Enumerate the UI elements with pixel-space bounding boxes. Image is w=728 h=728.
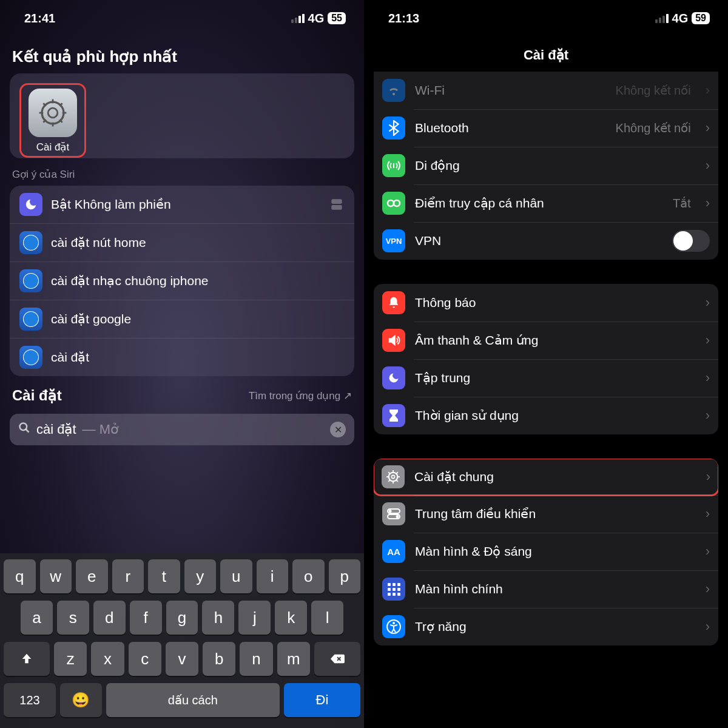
bluetooth-row[interactable]: Bluetooth Không kết nối ›	[374, 109, 718, 147]
accessibility-label: Trợ năng	[415, 619, 691, 634]
svg-line-41	[388, 480, 390, 482]
wifi-label: Wi-Fi	[415, 83, 606, 98]
focus-label: Tập trung	[415, 371, 691, 385]
key-d[interactable]: d	[93, 601, 126, 635]
key-w[interactable]: w	[40, 559, 72, 593]
accessibility-row[interactable]: Trợ năng ›	[374, 608, 718, 645]
shift-key[interactable]	[4, 642, 50, 676]
key-u[interactable]: u	[220, 559, 252, 593]
key-x[interactable]: x	[91, 642, 124, 676]
battery-badge: 59	[692, 12, 710, 24]
speaker-icon	[382, 329, 405, 352]
siri-suggestions-list: Bật Không làm phiền cài đặt nút home cài…	[10, 186, 354, 376]
bluetooth-label: Bluetooth	[415, 121, 606, 135]
safari-icon	[19, 269, 42, 292]
svg-point-33	[391, 475, 394, 478]
status-indicators: 4G 55	[291, 12, 346, 25]
network-label: 4G	[672, 12, 689, 25]
wifi-row[interactable]: Wi-Fi Không kết nối ›	[374, 72, 718, 109]
safari-icon	[19, 346, 42, 369]
settings-app-icon	[29, 89, 77, 137]
suggestion-item[interactable]: cài đặt	[10, 339, 354, 376]
keyboard-row-4: 123 😀 dấu cách Đi	[4, 683, 360, 717]
keyboard-row-2: a s d f g h j k l	[4, 601, 360, 635]
space-key[interactable]: dấu cách	[106, 683, 280, 717]
emoji-key[interactable]: 😀	[60, 683, 102, 717]
cellular-row[interactable]: Di động ›	[374, 147, 718, 184]
go-key[interactable]: Đi	[284, 683, 360, 717]
settings-app-result[interactable]: Cài đặt	[19, 83, 86, 158]
key-q[interactable]: q	[4, 559, 36, 593]
key-n[interactable]: n	[240, 642, 272, 676]
key-k[interactable]: k	[275, 601, 307, 635]
key-t[interactable]: t	[148, 559, 180, 593]
vpn-toggle[interactable]	[672, 230, 710, 252]
chevron-icon: ›	[706, 295, 710, 311]
key-a[interactable]: a	[21, 601, 53, 635]
hotspot-label: Điểm truy cập cá nhân	[415, 196, 663, 211]
svg-line-39	[396, 480, 398, 482]
chevron-icon: ›	[706, 158, 710, 174]
key-o[interactable]: o	[292, 559, 325, 593]
status-bar: 21:41 4G 55	[0, 0, 364, 36]
search-field[interactable]: cài đặt — Mở ✕	[10, 414, 354, 445]
hotspot-row[interactable]: Điểm truy cập cá nhân Tắt ›	[374, 184, 718, 222]
display-row[interactable]: AA Màn hình & Độ sáng ›	[374, 533, 718, 570]
home-screen-row[interactable]: Màn hình chính ›	[374, 570, 718, 608]
suggestion-item[interactable]: cài đặt nút home	[10, 224, 354, 262]
focus-row[interactable]: Tập trung ›	[374, 359, 718, 397]
control-center-row[interactable]: Trung tâm điều khiển ›	[374, 495, 718, 533]
numbers-key[interactable]: 123	[4, 683, 56, 717]
svg-point-17	[24, 274, 38, 288]
key-h[interactable]: h	[202, 601, 234, 635]
key-m[interactable]: m	[277, 642, 310, 676]
key-b[interactable]: b	[203, 642, 235, 676]
suggestion-label: cài đặt google	[51, 312, 131, 326]
vpn-row[interactable]: VPN VPN	[374, 222, 718, 260]
suggestion-item[interactable]: cài đặt google	[10, 300, 354, 339]
clear-button[interactable]: ✕	[330, 422, 346, 437]
chevron-icon: ›	[706, 408, 710, 423]
key-p[interactable]: p	[329, 559, 361, 593]
top-hit-card: Cài đặt	[10, 73, 354, 158]
keyboard-row-1: q w e r t y u i o p	[4, 559, 360, 593]
suggestion-do-not-disturb[interactable]: Bật Không làm phiền	[10, 186, 354, 224]
key-z[interactable]: z	[54, 642, 87, 676]
chevron-icon: ›	[706, 120, 710, 136]
signal-icon	[655, 14, 669, 23]
key-f[interactable]: f	[130, 601, 162, 635]
display-label: Màn hình & Độ sáng	[415, 544, 691, 559]
key-g[interactable]: g	[166, 601, 198, 635]
backspace-key[interactable]	[314, 642, 360, 676]
bell-icon	[382, 291, 405, 314]
suggestion-label: cài đặt nhạc chuông iphone	[51, 274, 209, 288]
key-e[interactable]: e	[76, 559, 108, 593]
svg-point-30	[388, 200, 394, 206]
screentime-label: Thời gian sử dụng	[415, 408, 691, 423]
key-s[interactable]: s	[57, 601, 89, 635]
suggestion-label: cài đặt	[51, 350, 89, 365]
key-c[interactable]: c	[129, 642, 161, 676]
hotspot-icon	[382, 192, 405, 215]
sounds-row[interactable]: Âm thanh & Cảm ứng ›	[374, 322, 718, 359]
vpn-label: VPN	[415, 234, 662, 248]
search-in-app-link[interactable]: Tìm trong ứng dụng ↗	[249, 389, 352, 402]
status-indicators: 4G 59	[655, 12, 710, 25]
key-l[interactable]: l	[311, 601, 343, 635]
key-j[interactable]: j	[238, 601, 271, 635]
svg-point-21	[24, 312, 38, 326]
screentime-row[interactable]: Thời gian sử dụng ›	[374, 397, 718, 434]
control-center-label: Trung tâm điều khiển	[415, 507, 691, 521]
key-i[interactable]: i	[257, 559, 289, 593]
suggestion-item[interactable]: cài đặt nhạc chuông iphone	[10, 262, 354, 300]
svg-line-38	[388, 472, 390, 474]
key-v[interactable]: v	[166, 642, 198, 676]
notifications-row[interactable]: Thông báo ›	[374, 284, 718, 322]
general-label: Cài đặt chung	[414, 470, 692, 484]
general-row[interactable]: Cài đặt chung ›	[374, 459, 718, 496]
svg-rect-11	[331, 205, 342, 210]
svg-point-32	[389, 473, 398, 482]
svg-point-43	[389, 510, 392, 513]
key-y[interactable]: y	[184, 559, 217, 593]
key-r[interactable]: r	[112, 559, 144, 593]
